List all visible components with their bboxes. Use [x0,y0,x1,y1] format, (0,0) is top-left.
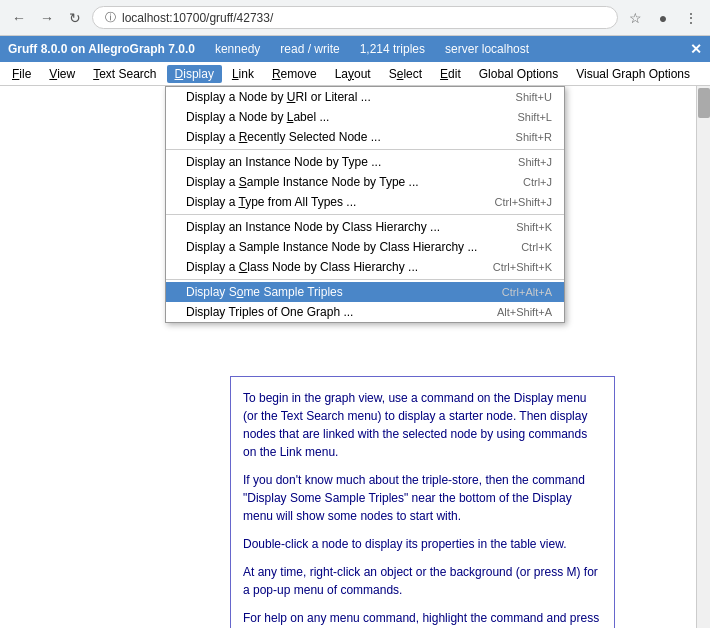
menu-separator-1 [166,149,564,150]
menu-global-options[interactable]: Global Options [471,65,566,83]
info-box: To begin in the graph view, use a comman… [230,376,615,628]
menu-separator-3 [166,279,564,280]
menu-display-label[interactable]: Display a Node by Label ... Shift+L [166,107,564,127]
url-text: localhost:10700/gruff/42733/ [122,11,273,25]
forward-button[interactable]: → [36,7,58,29]
scrollbar[interactable] [696,86,710,628]
browser-toolbar: ← → ↻ ⓘ localhost:10700/gruff/42733/ ☆ ●… [0,0,710,36]
menu-view[interactable]: View [41,65,83,83]
account-button[interactable]: ● [652,7,674,29]
menu-display-sample-type[interactable]: Display a Sample Instance Node by Type .… [166,172,564,192]
menu-display-sample-triples[interactable]: Display Some Sample Triples Ctrl+Alt+A [166,282,564,302]
menu-edit[interactable]: Edit [432,65,469,83]
menubar: File View Text Search Display Link Remov… [0,62,710,86]
browser-action-icons: ☆ ● ⋮ [624,7,702,29]
app-titlebar-left: Gruff 8.0.0 on AllegroGraph 7.0.0 kenned… [8,42,529,56]
info-para-5: For help on any menu command, highlight … [243,609,602,628]
app-user: kennedy [215,42,260,56]
app-triples: 1,214 triples [360,42,425,56]
menu-display-class-hierarchy[interactable]: Display a Class Node by Class Hierarchy … [166,257,564,277]
menu-display-one-graph[interactable]: Display Triples of One Graph ... Alt+Shi… [166,302,564,322]
address-bar[interactable]: ⓘ localhost:10700/gruff/42733/ [92,6,618,29]
info-para-1: To begin in the graph view, use a comman… [243,389,602,461]
menu-display-uri[interactable]: Display a Node by URI or Literal ... Shi… [166,87,564,107]
display-dropdown-menu: Display a Node by URI or Literal ... Shi… [165,86,565,323]
main-area: Display a Node by URI or Literal ... Shi… [0,86,710,628]
menu-file[interactable]: File [4,65,39,83]
reload-button[interactable]: ↻ [64,7,86,29]
app-mode: read / write [280,42,339,56]
menu-layout[interactable]: Layout [327,65,379,83]
app-close-button[interactable]: ✕ [690,41,702,57]
app-titlebar: Gruff 8.0.0 on AllegroGraph 7.0.0 kenned… [0,36,710,62]
menu-display-sample-hierarchy[interactable]: Display a Sample Instance Node by Class … [166,237,564,257]
app-title: Gruff 8.0.0 on AllegroGraph 7.0.0 [8,42,195,56]
menu-display-instance-type[interactable]: Display an Instance Node by Type ... Shi… [166,152,564,172]
bookmark-button[interactable]: ☆ [624,7,646,29]
menu-visual-graph-options[interactable]: Visual Graph Options [568,65,698,83]
menu-select[interactable]: Select [381,65,430,83]
app-server: server localhost [445,42,529,56]
back-button[interactable]: ← [8,7,30,29]
menu-text-search[interactable]: Text Search [85,65,164,83]
menu-display-instance-hierarchy[interactable]: Display an Instance Node by Class Hierar… [166,217,564,237]
menu-display-all-types[interactable]: Display a Type from All Types ... Ctrl+S… [166,192,564,212]
menu-button[interactable]: ⋮ [680,7,702,29]
scrollbar-thumb[interactable] [698,88,710,118]
menu-remove[interactable]: Remove [264,65,325,83]
menu-display[interactable]: Display [167,65,222,83]
lock-icon: ⓘ [105,10,116,25]
menu-separator-2 [166,214,564,215]
menu-link[interactable]: Link [224,65,262,83]
info-para-2: If you don't know much about the triple-… [243,471,602,525]
info-para-4: At any time, right-click an object or th… [243,563,602,599]
info-para-3: Double-click a node to display its prope… [243,535,602,553]
menu-display-recent[interactable]: Display a Recently Selected Node ... Shi… [166,127,564,147]
